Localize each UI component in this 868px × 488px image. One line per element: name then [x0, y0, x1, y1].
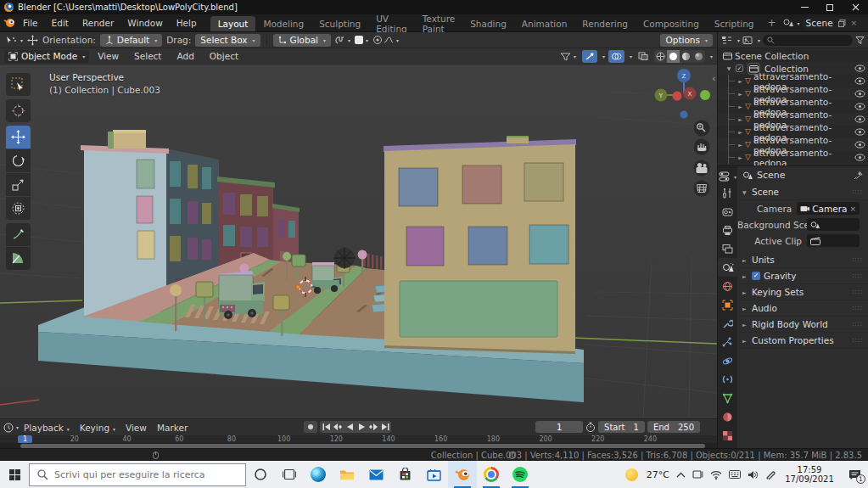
edge-button[interactable] [304, 461, 333, 488]
properties-tab-object[interactable] [718, 295, 737, 314]
menubar-menu[interactable]: Render [76, 18, 120, 28]
tool-transform[interactable] [6, 197, 31, 220]
keyboard-icon[interactable] [729, 470, 741, 479]
properties-tab-physics[interactable] [718, 351, 737, 370]
orthographic-grid-button[interactable] [694, 181, 710, 197]
active-tool-button[interactable]: ▾ [4, 35, 23, 46]
add-workspace-button[interactable]: + [762, 17, 782, 29]
properties-section-header[interactable]: ► Rigid Body World ∷∷ [737, 317, 868, 333]
start-frame-field[interactable]: Start1 [598, 421, 645, 433]
shading-solid-button[interactable] [667, 50, 680, 63]
spotify-taskbar-button[interactable] [506, 461, 535, 488]
workspace-tab[interactable]: Scripting [707, 16, 762, 31]
scene-panel-header[interactable]: ▼ Scene ∷∷ [737, 184, 868, 200]
outliner-search-field[interactable] [763, 35, 853, 46]
outliner-filter-mode-icon[interactable] [742, 36, 753, 45]
tool-cursor[interactable] [6, 99, 31, 122]
eye-icon[interactable] [854, 103, 865, 110]
snap-target-button[interactable]: ▾ [355, 36, 368, 44]
properties-tab-modifiers[interactable] [718, 314, 737, 333]
taskbar-search[interactable] [29, 463, 246, 486]
filter-funnel-icon[interactable] [855, 36, 865, 45]
viewport-menu[interactable]: View [91, 51, 126, 61]
building-light[interactable] [81, 130, 169, 316]
speaker-icon[interactable] [748, 470, 759, 480]
editor-type-clock-icon[interactable] [3, 423, 14, 433]
xray-toggle[interactable] [636, 50, 651, 63]
properties-tab-output[interactable] [718, 221, 737, 239]
workspace-tab[interactable]: Sculpting [311, 16, 368, 31]
properties-section-header[interactable]: ► Audio ∷∷ [737, 300, 868, 317]
properties-tab-world[interactable] [718, 277, 737, 295]
start-button[interactable] [0, 461, 29, 488]
timeline-ruler[interactable]: 20 40 60 80 100 120 140 160 180 200 220 [0, 435, 717, 443]
tablet-mode-icon[interactable] [692, 469, 703, 480]
object-visibility-dropdown[interactable]: ▾ [557, 50, 579, 63]
collection-checkbox[interactable]: ✓ [736, 65, 743, 72]
outliner-row-object[interactable]: ► ▽ attraversamento-pedona [718, 151, 868, 164]
workspace-tab[interactable]: Compositing [636, 16, 707, 31]
orientation-dropdown[interactable]: Default▾ [100, 34, 162, 47]
camera-field[interactable]: Camera × [797, 202, 860, 215]
panel-drag-dots[interactable]: ∷∷ [853, 256, 863, 264]
panel-drag-dots[interactable]: ∷∷ [853, 321, 863, 328]
tray-expand-icon[interactable] [676, 472, 686, 478]
chrome-taskbar-button[interactable] [477, 461, 506, 488]
outliner-display-mode-icon[interactable] [721, 36, 733, 45]
camera-view-button[interactable] [694, 160, 710, 177]
panel-drag-dots[interactable]: ∷∷ [853, 272, 863, 280]
active-clip-field[interactable] [807, 234, 860, 247]
expand-arrow-icon[interactable]: ► [736, 142, 744, 148]
gizmos-toggle[interactable] [582, 50, 597, 63]
play-button[interactable] [356, 421, 367, 433]
gizmos-dropdown[interactable]: ▾ [602, 53, 605, 59]
workspace-tab[interactable]: Shading [462, 16, 514, 31]
taskbar-clock[interactable]: 17:59 17/09/2021 [782, 465, 837, 485]
tool-measure[interactable] [6, 247, 31, 270]
editor-type-dropdown[interactable]: ▾ [719, 166, 736, 183]
scene-selector[interactable]: ▾ Scene × [782, 17, 868, 30]
auto-keying-button[interactable] [304, 421, 317, 433]
move-gizmo-icon[interactable] [27, 35, 38, 46]
workspace-tab[interactable]: Modeling [255, 16, 311, 31]
expand-arrow-icon[interactable]: ► [736, 154, 744, 160]
properties-tab-object-data[interactable] [718, 389, 737, 407]
timeline-menu[interactable]: Keying ▾ [75, 423, 120, 433]
mail-button[interactable] [361, 461, 390, 488]
menubar-menu[interactable]: File [16, 18, 45, 28]
zoom-button[interactable] [694, 121, 710, 137]
properties-section-header[interactable]: ► Custom Properties ∷∷ [737, 333, 868, 349]
overlays-dropdown[interactable]: ▾ [630, 53, 632, 59]
store-button[interactable] [390, 461, 419, 488]
properties-tab-scene[interactable] [718, 258, 737, 277]
proportional-editing-toggle[interactable]: ▾ [372, 35, 399, 45]
new-scene-icon[interactable] [838, 20, 846, 27]
shading-dropdown[interactable]: ▾ [710, 53, 713, 59]
mode-dropdown[interactable]: Object Mode▾ [4, 50, 89, 63]
menubar-menu[interactable]: Help [170, 18, 204, 28]
pan-hand-button[interactable] [694, 139, 710, 155]
playhead[interactable]: 1 [18, 435, 32, 443]
movies-tv-button[interactable] [419, 461, 448, 488]
minimize-button[interactable] [792, 0, 817, 14]
timeline-menu[interactable]: Marker [152, 423, 193, 433]
panel-drag-dots[interactable]: ∷∷ [853, 289, 863, 296]
expand-arrow-icon[interactable]: ► [736, 78, 744, 84]
blender-menu-icon[interactable] [3, 17, 16, 29]
eye-icon[interactable] [854, 90, 865, 98]
menubar-menu[interactable]: Edit [45, 18, 76, 28]
drag-dropdown[interactable]: Select Box▾ [195, 34, 260, 47]
end-frame-field[interactable]: End250 [647, 421, 700, 433]
tool-scale[interactable] [6, 173, 31, 196]
options-dropdown[interactable]: Options▾ [660, 34, 713, 47]
eye-icon[interactable] [854, 65, 865, 72]
tool-rotate[interactable] [6, 149, 31, 172]
play-reverse-button[interactable] [344, 421, 356, 433]
panel-drag-dots[interactable]: ∷∷ [853, 188, 863, 196]
expand-arrow-icon[interactable]: ► [736, 116, 744, 122]
building-tan[interactable] [384, 136, 576, 354]
close-button[interactable] [843, 0, 868, 14]
snap-toggle[interactable]: ▾ [335, 35, 350, 45]
next-keyframe-button[interactable] [367, 421, 379, 433]
prev-keyframe-button[interactable] [332, 421, 344, 433]
